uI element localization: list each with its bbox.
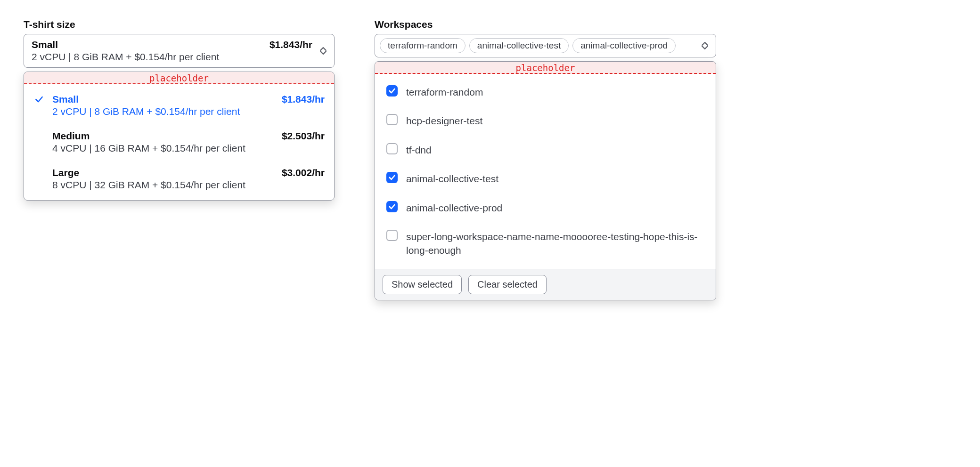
checkbox[interactable]: [386, 201, 398, 212]
workspaces-field: Workspaces terraform-randomanimal-collec…: [375, 19, 716, 300]
clear-selected-button[interactable]: Clear selected: [468, 275, 547, 294]
tshirt-size-field: T-shirt size Small $1.843/hr 2 vCPU | 8 …: [24, 19, 335, 201]
tshirt-option-name: Medium: [52, 130, 90, 142]
placeholder-banner: placeholder: [24, 72, 334, 84]
workspace-option-name: tf-dnd: [406, 143, 704, 157]
tshirt-option-name: Small: [52, 94, 79, 105]
workspaces-dropdown: placeholder terraform-randomhcp-designer…: [375, 61, 716, 300]
check-icon: [33, 130, 45, 154]
workspace-option-name: animal-collective-test: [406, 172, 704, 185]
workspace-tag[interactable]: animal-collective-test: [469, 38, 569, 53]
workspace-option-name: animal-collective-prod: [406, 201, 704, 215]
tshirt-option[interactable]: Large$3.002/hr8 vCPU | 32 GiB RAM + $0.1…: [24, 161, 334, 197]
tshirt-selected-sub: 2 vCPU | 8 GiB RAM + $0.154/hr per clien…: [32, 51, 312, 63]
workspace-option[interactable]: hcp-designer-test: [375, 106, 716, 135]
tshirt-option-price: $3.002/hr: [282, 167, 325, 178]
check-icon: [33, 94, 45, 117]
workspace-tag[interactable]: terraform-random: [380, 38, 466, 53]
tshirt-size-label: T-shirt size: [24, 19, 335, 30]
tshirt-option-price: $2.503/hr: [282, 130, 325, 142]
show-selected-button[interactable]: Show selected: [383, 275, 462, 294]
tshirt-option[interactable]: Small$1.843/hr2 vCPU | 8 GiB RAM + $0.15…: [24, 87, 334, 124]
tshirt-option-sub: 2 vCPU | 8 GiB RAM + $0.154/hr per clien…: [52, 106, 325, 117]
tshirt-option-name: Large: [52, 167, 79, 178]
tshirt-selected-price: $1.843/hr: [270, 39, 312, 50]
workspace-option[interactable]: tf-dnd: [375, 136, 716, 164]
workspace-option-name: hcp-designer-test: [406, 114, 704, 128]
checkbox[interactable]: [386, 114, 398, 125]
tshirt-size-dropdown: placeholder Small$1.843/hr2 vCPU | 8 GiB…: [24, 72, 335, 201]
workspace-tag[interactable]: animal-collective-prod: [572, 38, 676, 53]
tshirt-option-sub: 4 vCPU | 16 GiB RAM + $0.154/hr per clie…: [52, 143, 325, 154]
workspace-option-name: super-long-workspace-name-name-mooooree-…: [406, 230, 704, 258]
workspace-option[interactable]: terraform-random: [375, 78, 716, 106]
tshirt-option-price: $1.843/hr: [282, 94, 325, 105]
placeholder-banner: placeholder: [375, 62, 716, 74]
workspaces-select-trigger[interactable]: terraform-randomanimal-collective-testan…: [375, 34, 716, 57]
checkbox[interactable]: [386, 143, 398, 154]
checkbox[interactable]: [386, 230, 398, 241]
workspace-option-name: terraform-random: [406, 85, 704, 99]
checkbox[interactable]: [386, 172, 398, 183]
workspace-option[interactable]: super-long-workspace-name-name-mooooree-…: [375, 222, 716, 265]
checkbox[interactable]: [386, 85, 398, 97]
check-icon: [33, 167, 45, 191]
tshirt-option[interactable]: Medium$2.503/hr4 vCPU | 16 GiB RAM + $0.…: [24, 124, 334, 161]
chevron-up-down-icon: [319, 46, 327, 56]
workspaces-label: Workspaces: [375, 19, 716, 30]
workspace-option[interactable]: animal-collective-test: [375, 164, 716, 193]
tshirt-option-sub: 8 vCPU | 32 GiB RAM + $0.154/hr per clie…: [52, 179, 325, 191]
workspaces-dropdown-footer: Show selected Clear selected: [375, 269, 716, 300]
workspace-option[interactable]: animal-collective-prod: [375, 193, 716, 222]
chevron-up-down-icon: [701, 40, 709, 51]
tshirt-selected-name: Small: [32, 39, 58, 50]
tshirt-size-select-trigger[interactable]: Small $1.843/hr 2 vCPU | 8 GiB RAM + $0.…: [24, 34, 335, 68]
